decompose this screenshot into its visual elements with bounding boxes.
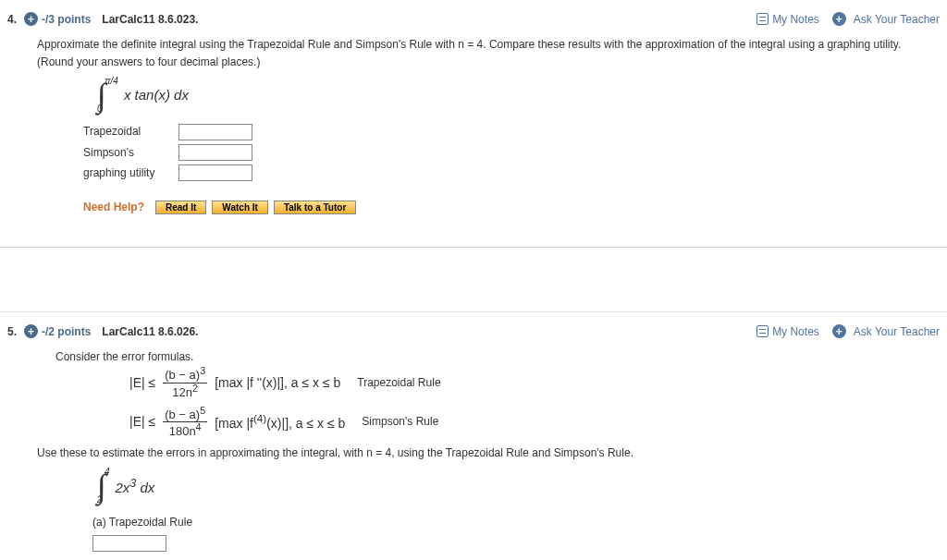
ask-teacher-link[interactable]: + Ask Your Teacher (832, 12, 940, 26)
q4-points: -/3 points (42, 13, 91, 26)
read-it-button[interactable]: Read It (155, 201, 206, 214)
q4-body: Approximate the definite integral using … (0, 29, 947, 224)
q5-points: -/2 points (42, 325, 91, 338)
watch-it-button[interactable]: Watch It (212, 201, 268, 214)
answer-row-graphing: graphing utility (83, 164, 910, 182)
integral-lower: 2 (97, 495, 103, 505)
q5-number: 5. (7, 325, 17, 338)
part-a-label: (a) Trapezoidal Rule (92, 514, 910, 531)
integral-lower: 0 (97, 104, 111, 114)
q5-prompt2: Use these to estimate the errors in appr… (37, 444, 910, 462)
input-graphing[interactable] (178, 164, 252, 181)
ask-teacher-link[interactable]: + Ask Your Teacher (832, 324, 940, 338)
input-simpson[interactable] (178, 144, 252, 161)
q5-body: Consider the error formulas. |E| ≤ (b − … (0, 341, 947, 560)
need-help-label: Need Help? (83, 199, 144, 216)
need-help-bar: Need Help? Read It Watch It Talk to a Tu… (83, 199, 910, 216)
answer-row-trapezoidal: Trapezoidal (83, 123, 910, 140)
q5-header-actions: My Notes + Ask Your Teacher (756, 324, 940, 338)
q5-header: 5. + -/2 points LarCalc11 8.6.026. My No… (0, 322, 947, 341)
integral-upper: 4 (105, 468, 110, 477)
q4-number: 4. (7, 13, 17, 26)
q4-integral: ∫ π/4 0 x tan(x) dx (97, 77, 910, 114)
input-part-a[interactable] (92, 535, 166, 552)
formula-simpson: |E| ≤ (b − a)5 180n4 [max |f(4)(x)|], a … (129, 406, 910, 439)
q5-prompt1: Consider the error formulas. (55, 348, 910, 366)
q4-header-actions: My Notes + Ask Your Teacher (756, 12, 940, 26)
plus-icon: + (832, 12, 846, 26)
my-notes-link[interactable]: My Notes (756, 13, 819, 26)
label-simpson: Simpson's (83, 144, 171, 162)
answer-row-simpson: Simpson's (83, 144, 910, 162)
q4-prompt: Approximate the definite integral using … (37, 36, 910, 71)
notes-icon (756, 325, 769, 337)
label-graphing: graphing utility (83, 164, 171, 182)
plus-icon[interactable]: + (24, 324, 38, 338)
q4-header: 4. + -/3 points LarCalc11 8.6.023. My No… (0, 9, 947, 29)
question-5: 5. + -/2 points LarCalc11 8.6.026. My No… (0, 312, 947, 560)
talk-tutor-button[interactable]: Talk to a Tutor (274, 201, 356, 214)
question-4: 4. + -/3 points LarCalc11 8.6.023. My No… (0, 0, 947, 248)
formula-label: Simpson's Rule (362, 413, 438, 431)
separator (0, 248, 947, 312)
plus-icon[interactable]: + (24, 12, 38, 26)
q5-reference: LarCalc11 8.6.026. (102, 325, 198, 338)
integral-expression: x tan(x) dx (124, 84, 189, 106)
notes-icon (756, 13, 769, 25)
q5-integral: ∫ 4 2 2x3 dx (97, 468, 910, 505)
formula-trapezoidal: |E| ≤ (b − a)3 12n2 [max |f ''(x)|], a ≤… (129, 366, 910, 399)
q4-reference: LarCalc11 8.6.023. (102, 13, 198, 26)
plus-icon: + (832, 324, 846, 338)
formula-label: Trapezoidal Rule (357, 374, 440, 392)
input-trapezoidal[interactable] (178, 124, 252, 140)
integral-upper: π/4 (105, 77, 118, 86)
my-notes-link[interactable]: My Notes (756, 325, 819, 338)
label-trapezoidal: Trapezoidal (83, 123, 171, 140)
